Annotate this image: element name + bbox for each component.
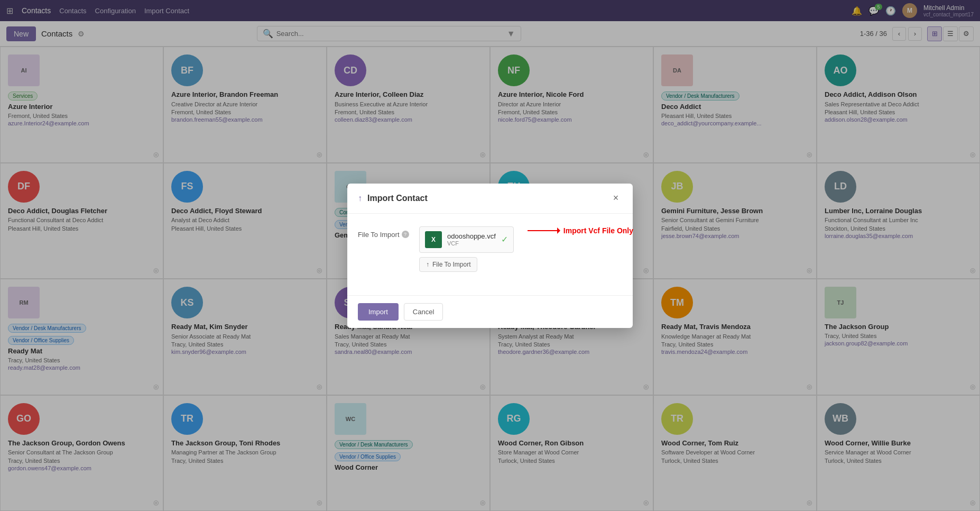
file-label: File To Import ? [358,226,411,239]
file-display: X odooshoppe.vcf VCF ✓ [419,226,514,253]
file-to-import-button[interactable]: ↑ File To Import [419,257,477,272]
file-type: VCF [447,240,496,247]
import-button[interactable]: Import [358,303,399,321]
close-button[interactable]: × [609,192,622,205]
file-icon-box: X [425,231,442,248]
cancel-button[interactable]: Cancel [404,303,443,321]
file-name: odooshoppe.vcf [447,232,496,240]
dialog-footer: Import Cancel [347,295,633,328]
arrow-line [528,230,559,231]
dialog-icon: ↑ [358,194,362,203]
import-dialog: ↑ Import Contact × File To Import ? X od… [347,184,633,328]
file-input-row: File To Import ? X odooshoppe.vcf VCF ✓ … [358,226,622,272]
annotation: Import Vcf File Only [528,226,633,235]
annotation-text: Import Vcf File Only [563,226,633,235]
file-btn-label: File To Import [432,261,470,268]
help-icon[interactable]: ? [402,231,409,238]
dialog-body: File To Import ? X odooshoppe.vcf VCF ✓ … [347,214,633,295]
file-check-icon: ✓ [501,234,508,244]
dialog-overlay: ↑ Import Contact × File To Import ? X od… [0,0,980,511]
dialog-header: ↑ Import Contact × [347,184,633,214]
file-info: odooshoppe.vcf VCF [447,232,496,247]
dialog-title: Import Contact [367,194,604,203]
file-input-area: X odooshoppe.vcf VCF ✓ ↑ File To Import [419,226,514,272]
upload-icon: ↑ [426,261,429,268]
